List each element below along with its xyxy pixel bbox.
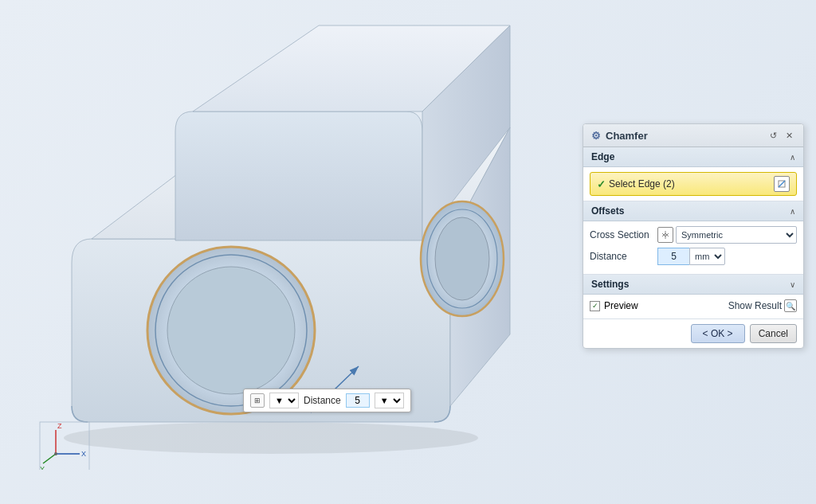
tooltip-type-select[interactable]: ▼ [269, 393, 299, 408]
checkmark-icon: ✓ [597, 178, 606, 190]
tooltip-unit-select[interactable]: ▼ [375, 393, 404, 408]
cancel-button[interactable]: Cancel [750, 324, 797, 343]
settings-section-label: Settings [591, 279, 629, 290]
panel-header: ⚙ Chamfer ↺ ✕ [583, 124, 803, 147]
offsets-content: Cross Section Symmetric Asymmetric Chamf… [583, 221, 803, 275]
symmetric-icon [657, 227, 673, 243]
edge-selector-icon [774, 176, 790, 192]
edge-section-header[interactable]: Edge ∧ [583, 147, 803, 167]
chamfer-panel: ⚙ Chamfer ↺ ✕ Edge ∧ ✓ Select Edge (2) [583, 123, 804, 349]
edge-section-label: Edge [591, 151, 614, 162]
close-button[interactable]: ✕ [783, 129, 795, 142]
preview-left: ✓ Preview [590, 300, 638, 311]
panel-title: Chamfer [606, 130, 648, 142]
offsets-chevron-icon: ∧ [790, 207, 795, 216]
distance-tooltip: ⊞ ▼ Distance ▼ [243, 389, 411, 412]
select-edge-left: ✓ Select Edge (2) [597, 178, 675, 190]
svg-point-17 [54, 452, 57, 455]
select-edge-button[interactable]: ✓ Select Edge (2) [590, 172, 797, 196]
distance-input[interactable] [346, 393, 370, 408]
settings-row: ✓ Preview Show Result 🔍 [590, 299, 797, 312]
settings-section-header[interactable]: Settings [583, 275, 803, 295]
cross-section-label: Cross Section [590, 229, 657, 240]
edge-content: ✓ Select Edge (2) [583, 167, 803, 201]
distance-row: Distance mm cm in [590, 248, 797, 265]
svg-point-4 [167, 267, 295, 394]
offsets-section-label: Offsets [591, 205, 624, 217]
distance-label: Distance [304, 395, 341, 406]
preview-label: Preview [604, 300, 638, 311]
edge-chevron-icon: ∧ [790, 153, 795, 162]
svg-text:Y: Y [40, 465, 45, 470]
settings-chevron-icon [790, 280, 795, 289]
svg-rect-18 [40, 422, 89, 470]
distance-control: mm cm in [657, 248, 797, 265]
preview-checkbox[interactable]: ✓ [590, 301, 600, 311]
action-buttons: < OK > Cancel [583, 319, 803, 348]
show-result-button[interactable]: Show Result 🔍 [728, 299, 797, 312]
panel-controls: ↺ ✕ [767, 129, 795, 142]
distance-label-panel: Distance [590, 251, 657, 262]
panel-title-area: ⚙ Chamfer [591, 130, 648, 142]
svg-text:Z: Z [57, 422, 62, 430]
offsets-section-header[interactable]: Offsets ∧ [583, 201, 803, 221]
svg-text:X: X [81, 450, 86, 458]
cross-section-control: Symmetric Asymmetric Chamfer [657, 226, 797, 244]
show-result-icon: 🔍 [784, 299, 797, 312]
settings-content: ✓ Preview Show Result 🔍 [583, 295, 803, 319]
svg-point-8 [435, 217, 489, 300]
select-edge-label: Select Edge (2) [609, 178, 675, 189]
svg-point-0 [64, 422, 478, 454]
refresh-button[interactable]: ↺ [767, 129, 779, 142]
tooltip-sym-icon: ⊞ [250, 393, 265, 408]
ok-button[interactable]: < OK > [691, 324, 745, 343]
svg-line-20 [779, 181, 785, 187]
gear-icon: ⚙ [591, 130, 601, 142]
distance-unit-select[interactable]: mm cm in [689, 248, 725, 265]
cross-section-select[interactable]: Symmetric Asymmetric Chamfer [676, 226, 797, 244]
distance-value-input[interactable] [657, 248, 689, 265]
svg-line-15 [43, 454, 56, 463]
cross-section-row: Cross Section Symmetric Asymmetric Chamf… [590, 226, 797, 244]
show-result-label: Show Result [728, 300, 782, 311]
